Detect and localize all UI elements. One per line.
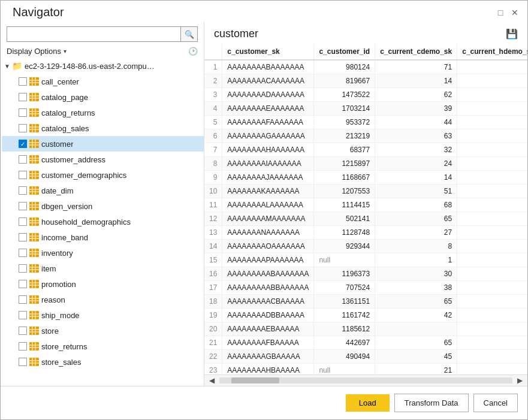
table-icon-inventory (29, 249, 39, 257)
svg-rect-45 (29, 217, 39, 226)
checkbox-customer_address[interactable] (19, 155, 27, 164)
tree-item-household_demographics[interactable]: household_demographics (2, 214, 204, 229)
search-input[interactable] (7, 26, 181, 42)
horizontal-scrollbar[interactable]: ◀ ▶ (204, 374, 527, 386)
preview-icon: 💾 (506, 28, 518, 40)
cell-rownum: 5 (204, 116, 222, 129)
tree-item-store[interactable]: store (2, 323, 204, 339)
search-button[interactable]: 🔍 (181, 26, 198, 42)
scrollbar-thumb[interactable] (231, 377, 279, 383)
table-cell: 68 (375, 198, 457, 212)
checkbox-dbgen_version[interactable] (19, 202, 27, 210)
scrollbar-track[interactable] (219, 377, 512, 383)
display-options-button[interactable]: Display Options ▾ (7, 47, 67, 56)
svg-rect-75 (29, 311, 39, 319)
checkbox-catalog_page[interactable] (19, 93, 27, 101)
dialog-title: Navigator (13, 5, 64, 19)
table-row: 13AAAAAAANAAAAAAA112874827 (204, 226, 527, 240)
preview-title-text: customer (214, 28, 258, 40)
checkbox-customer_demographics[interactable] (19, 171, 27, 179)
tree-item-dbgen_version[interactable]: dbgen_version (2, 198, 204, 214)
checkbox-customer[interactable]: ✓ (19, 140, 27, 148)
checkbox-catalog_sales[interactable] (19, 124, 27, 132)
display-options-extra-icon[interactable]: 🕑 (188, 47, 198, 56)
tree-item-label-ship_mode: ship_mode (41, 311, 80, 320)
cell-rownum: 18 (204, 295, 222, 309)
tree-item-store_sales[interactable]: store_sales (2, 354, 204, 370)
tree-item-date_dim[interactable]: date_dim (2, 183, 204, 198)
tree-item-catalog_returns[interactable]: catalog_returns (2, 105, 204, 120)
checkbox-call_center[interactable] (19, 77, 27, 86)
svg-rect-65 (29, 280, 39, 288)
table-cell: null (314, 364, 375, 375)
cell-rownum: 14 (204, 240, 222, 253)
close-button[interactable]: ✕ (509, 7, 520, 18)
checkbox-catalog_returns[interactable] (19, 108, 27, 117)
table-cell: AAAAAAAAHAAAAAAA (222, 143, 314, 157)
tree-item-label-inventory: inventory (41, 249, 73, 258)
checkbox-store[interactable] (19, 327, 27, 335)
tree-item-catalog_sales[interactable]: catalog_sales (2, 120, 204, 136)
table-row: 12AAAAAAAAMAAAAAAA50214165 (204, 212, 527, 226)
checkbox-store_sales[interactable] (19, 358, 27, 366)
checkbox-promotion[interactable] (19, 280, 27, 288)
tree-item-income_band[interactable]: income_band (2, 229, 204, 245)
table-cell: 929344 (314, 240, 375, 253)
checkbox-inventory[interactable] (19, 249, 27, 257)
table-icon-household_demographics (29, 217, 39, 226)
cell-rownum: 2 (204, 74, 222, 88)
table-icon-catalog_sales (29, 124, 39, 132)
tree-item-label-catalog_page: catalog_page (41, 93, 88, 102)
checkbox-date_dim[interactable] (19, 186, 27, 195)
search-icon: 🔍 (185, 30, 194, 39)
cell-rownum: 13 (204, 226, 222, 240)
table-cell: AAAAAAAAEAAAAAAA (222, 102, 314, 116)
data-table-wrapper[interactable]: c_customer_skc_customer_idc_current_cdem… (204, 44, 527, 374)
tree-item-customer[interactable]: ✓ customer (2, 136, 204, 152)
tree-item-ship_mode[interactable]: ship_mode (2, 307, 204, 323)
table-icon-catalog_returns (29, 108, 39, 117)
table-cell: 1168667 (314, 171, 375, 185)
table-row: 3AAAAAAAADAAAAAAA147352262 (204, 88, 527, 102)
checkbox-reason[interactable] (19, 295, 27, 304)
table-cell: AAAAAAAADAAAAAAA (222, 88, 314, 102)
table-cell: 45 (375, 350, 457, 364)
load-button[interactable]: Load (346, 394, 390, 412)
table-cell: 51 (375, 185, 457, 198)
tree-item-call_center[interactable]: call_center (2, 74, 204, 89)
col-header-c_current_cdemo_sk: c_current_cdemo_sk (375, 44, 457, 60)
tree-item-customer_demographics[interactable]: customer_demographics (2, 167, 204, 183)
tree-item-item[interactable]: item (2, 261, 204, 276)
svg-rect-55 (29, 249, 39, 257)
folder-icon: 📁 (12, 61, 22, 71)
checkbox-ship_mode[interactable] (19, 311, 27, 319)
checkbox-household_demographics[interactable] (19, 217, 27, 226)
tree-item-store_returns[interactable]: store_returns (2, 339, 204, 354)
checkbox-item[interactable] (19, 264, 27, 273)
checkbox-store_returns[interactable] (19, 342, 27, 350)
tree-item-promotion[interactable]: promotion (2, 276, 204, 292)
cell-rownum: 10 (204, 185, 222, 198)
minimize-button[interactable]: □ (495, 7, 506, 18)
scroll-left-button[interactable]: ◀ (207, 376, 217, 385)
tree-item-reason[interactable]: reason (2, 292, 204, 307)
tree-item-inventory[interactable]: inventory (2, 245, 204, 261)
cell-rownum: 12 (204, 212, 222, 226)
table-cell: 21 (375, 364, 457, 375)
svg-rect-25 (29, 155, 39, 164)
cancel-button[interactable]: Cancel (473, 394, 518, 412)
col-header-c_customer_id: c_customer_id (314, 44, 375, 60)
table-cell: 63 (375, 129, 457, 143)
tree-container[interactable]: ▼ 📁 ec2-3-129-148-86.us-east-2.compute.a… (1, 58, 204, 386)
table-cell: null (314, 253, 375, 267)
table-cell: 8 (375, 240, 457, 253)
tree-item-customer_address[interactable]: customer_address (2, 152, 204, 167)
cell-rownum: 11 (204, 198, 222, 212)
scroll-right-button[interactable]: ▶ (515, 376, 525, 385)
checkbox-income_band[interactable] (19, 233, 27, 241)
tree-root-item[interactable]: ▼ 📁 ec2-3-129-148-86.us-east-2.compute.a… (2, 58, 204, 74)
table-cell: AAAAAAAAFAAAAAAA (222, 116, 314, 129)
tree-item-catalog_page[interactable]: catalog_page (2, 89, 204, 105)
transform-data-button[interactable]: Transform Data (394, 394, 469, 412)
tree-item-label-customer_demographics: customer_demographics (41, 171, 126, 180)
